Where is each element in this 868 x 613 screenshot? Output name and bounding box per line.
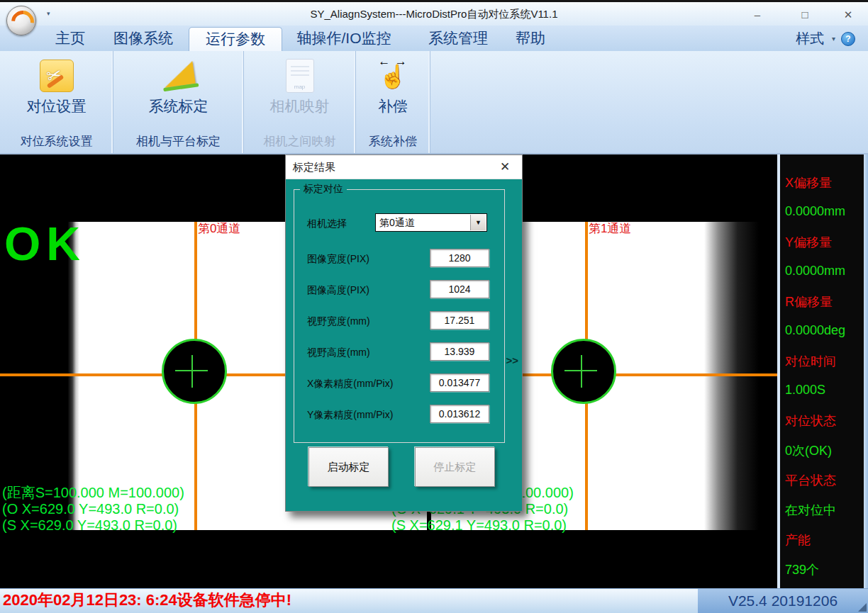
tab-run-parameters[interactable]: 运行参数 bbox=[189, 27, 282, 51]
status-label-stage-state: 平台状态 bbox=[785, 472, 836, 489]
groupbox-legend: 标定对位 bbox=[300, 183, 347, 196]
hand-icon: ☝ bbox=[373, 63, 413, 90]
style-dropdown-icon[interactable]: ▾ bbox=[832, 26, 835, 51]
tab-home[interactable]: 主页 bbox=[44, 26, 96, 51]
group-caption-camera-stage-calibration: 相机与平台标定 bbox=[113, 133, 243, 150]
status-message-area: 2020年02月12日23: 6:24设备软件急停中! bbox=[0, 588, 698, 613]
x-pixel-precision-label: X像素精度(mm/Pix) bbox=[307, 378, 393, 390]
minimize-button[interactable]: – bbox=[745, 6, 770, 24]
ribbon-group-system-calibration: 系统标定 相机与平台标定 bbox=[113, 51, 244, 153]
status-label-align-state: 对位状态 bbox=[785, 412, 836, 429]
map-file-text: map bbox=[286, 84, 313, 90]
camera0-target-marker bbox=[162, 339, 227, 404]
status-label-x-offset: X偏移量 bbox=[785, 174, 832, 191]
tab-help[interactable]: 帮助 bbox=[506, 26, 555, 51]
status-side-panel: X偏移量 0.0000mm Y偏移量 0.0000mm R偏移量 0.0000d… bbox=[780, 154, 864, 588]
start-calibration-button[interactable]: 启动标定 bbox=[308, 447, 389, 487]
tab-axis-io-monitor[interactable]: 轴操作/IO监控 bbox=[284, 26, 404, 51]
fov-width-field[interactable]: 17.251 bbox=[430, 311, 489, 330]
title-bar: ▾ SY_AliagnSystem---MicroDistPro自动对位系统V1… bbox=[0, 0, 868, 26]
compensation-button[interactable]: ← → ☝ bbox=[356, 57, 430, 95]
window-right-edge bbox=[864, 154, 868, 588]
calibration-result-dialog: 标定结果 ✕ 标定对位 相机选择 第0通道 ▼ 图像宽度(PIX) 1280 图… bbox=[285, 154, 523, 512]
dialog-title-bar: 标定结果 ✕ bbox=[286, 155, 522, 179]
ribbon-group-compensation: ← → ☝ 补偿 系统补偿 bbox=[356, 51, 430, 153]
app-logo-icon[interactable] bbox=[6, 6, 36, 35]
camera-mapping-button: map bbox=[244, 57, 355, 95]
help-icon[interactable]: ? bbox=[841, 32, 855, 46]
tab-system-management[interactable]: 系统管理 bbox=[420, 26, 496, 51]
y-pixel-precision-label: Y像素精度(mm/Pix) bbox=[307, 409, 393, 422]
camera0-distance-line: (距离S=100.000 M=100.000) bbox=[2, 485, 184, 501]
status-message: 2020年02月12日23: 6:24设备软件急停中! bbox=[3, 589, 698, 612]
system-calibration-button[interactable] bbox=[113, 57, 243, 95]
camera1-s-line: (S X=629.1 Y=493.0 R=0.0) bbox=[391, 517, 574, 534]
group-caption-align-system: 对位系统设置 bbox=[0, 133, 113, 150]
fov-height-label: 视野高度(mm) bbox=[307, 347, 370, 359]
status-value-align-state: 0次(OK) bbox=[785, 442, 832, 459]
setsquare-icon bbox=[160, 60, 197, 92]
stop-calibration-button[interactable]: 停止标定 bbox=[415, 447, 495, 487]
fov-width-label: 视野宽度(mm) bbox=[307, 315, 370, 328]
dialog-title: 标定结果 bbox=[293, 155, 522, 179]
version-area: V25.4 20191206 bbox=[698, 588, 868, 613]
ribbon-tab-bar: 主页 图像系统 运行参数 轴操作/IO监控 系统管理 帮助 样式 ▾ ? bbox=[0, 26, 868, 51]
fov-height-field[interactable]: 13.939 bbox=[430, 342, 489, 361]
image-width-field[interactable]: 1280 bbox=[430, 249, 489, 267]
version-text: V25.4 20191206 bbox=[728, 592, 838, 609]
app-window: ▾ SY_AliagnSystem---MicroDistPro自动对位系统V1… bbox=[0, 0, 868, 613]
tab-image-system[interactable]: 图像系统 bbox=[99, 26, 187, 51]
status-bar: 2020年02月12日23: 6:24设备软件急停中! V25.4 201912… bbox=[0, 588, 868, 613]
x-pixel-precision-field[interactable]: 0.013477 bbox=[430, 373, 489, 392]
map-file-icon: map bbox=[286, 59, 314, 93]
ribbon-group-align-settings: ✂ 对位设置 对位系统设置 bbox=[0, 51, 113, 153]
camera0-s-line: (S X=629.0 Y=493.0 R=0.0) bbox=[2, 517, 184, 534]
status-label-capacity: 产能 bbox=[785, 532, 811, 549]
combo-dropdown-icon[interactable]: ▼ bbox=[470, 215, 486, 230]
style-button[interactable]: 样式 bbox=[796, 26, 824, 51]
status-value-stage-state: 在对位中 bbox=[785, 502, 836, 519]
status-value-capacity: 739个 bbox=[785, 561, 819, 578]
image-height-label: 图像高度(PIX) bbox=[307, 284, 369, 297]
hand-pan-icon: ← → ☝ bbox=[373, 57, 413, 94]
dialog-close-icon[interactable]: ✕ bbox=[496, 155, 513, 179]
image-height-field[interactable]: 1024 bbox=[430, 280, 489, 298]
y-pixel-precision-field[interactable]: 0.013612 bbox=[430, 405, 489, 423]
tools-icon: ✂ bbox=[40, 60, 74, 92]
align-settings-button[interactable]: ✂ bbox=[0, 57, 113, 95]
status-label-r-offset: R偏移量 bbox=[785, 293, 833, 310]
maximize-button[interactable]: □ bbox=[792, 6, 818, 24]
system-calibration-label[interactable]: 系统标定 bbox=[113, 96, 243, 116]
status-value-y-offset: 0.0000mm bbox=[785, 264, 845, 279]
window-title: SY_AliagnSystem---MicroDistPro自动对位系统V11.… bbox=[0, 8, 868, 21]
camera0-coordinates: (距离S=100.000 M=100.000) (O X=629.0 Y=493… bbox=[2, 485, 184, 534]
camera1-target-marker bbox=[551, 339, 616, 404]
expand-button[interactable]: >> bbox=[506, 354, 518, 366]
camera-select-label: 相机选择 bbox=[307, 218, 347, 230]
resize-grip[interactable] bbox=[858, 603, 867, 612]
channel0-label: 第0通道 bbox=[198, 220, 240, 237]
status-label-align-time: 对位时间 bbox=[785, 353, 836, 370]
status-value-x-offset: 0.0000mm bbox=[785, 204, 845, 219]
status-label-y-offset: Y偏移量 bbox=[785, 234, 832, 251]
result-ok-text: OK bbox=[4, 217, 86, 271]
camera0-o-line: (O X=629.0 Y=493.0 R=0.0) bbox=[2, 501, 184, 517]
ribbon-group-camera-mapping: map 相机映射 相机之间映射 bbox=[244, 51, 356, 153]
ribbon: ✂ 对位设置 对位系统设置 系统标定 相机与平台标定 map bbox=[0, 51, 868, 154]
compensation-label[interactable]: 补偿 bbox=[356, 96, 430, 116]
status-value-r-offset: 0.0000deg bbox=[785, 323, 845, 338]
image-width-label: 图像宽度(PIX) bbox=[307, 253, 369, 266]
camera-select-combobox[interactable]: 第0通道 ▼ bbox=[375, 213, 487, 232]
close-button[interactable]: ✕ bbox=[835, 6, 861, 24]
camera-mapping-label: 相机映射 bbox=[244, 96, 355, 116]
align-settings-label[interactable]: 对位设置 bbox=[0, 96, 113, 116]
status-value-align-time: 1.000S bbox=[785, 383, 825, 398]
channel1-label: 第1通道 bbox=[589, 220, 631, 237]
group-caption-camera-mapping: 相机之间映射 bbox=[244, 133, 355, 150]
group-caption-system-compensation: 系统补偿 bbox=[356, 133, 430, 150]
